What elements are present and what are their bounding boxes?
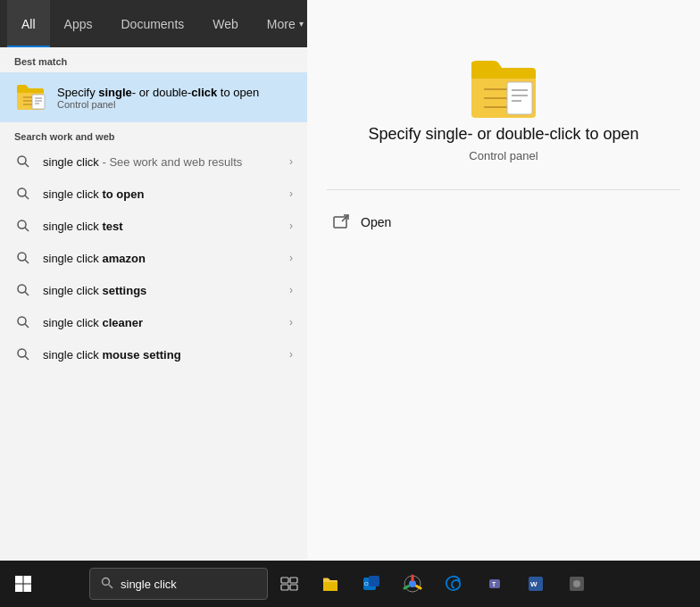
chrome-button[interactable] <box>393 564 432 603</box>
result-item-6[interactable]: single click mouse setting › <box>0 338 307 370</box>
best-match-title: Specify single- or double-click to open <box>57 86 259 99</box>
result-item-0[interactable]: single click - See work and web results … <box>0 146 307 178</box>
svg-point-21 <box>18 349 26 357</box>
word-button[interactable]: W <box>516 564 555 603</box>
best-match-label: Best match <box>0 47 307 72</box>
svg-line-10 <box>25 163 29 167</box>
file-explorer-icon <box>321 574 340 594</box>
chevron-icon-4: › <box>289 284 293 296</box>
app-button[interactable] <box>557 564 596 603</box>
svg-point-19 <box>18 317 26 325</box>
svg-point-37 <box>103 578 110 585</box>
search-icon-1 <box>14 185 32 203</box>
svg-point-13 <box>18 220 26 229</box>
right-panel-title: Specify single- or double-click to open <box>350 125 656 144</box>
svg-text:O: O <box>364 581 369 586</box>
edge-button[interactable] <box>434 564 473 603</box>
svg-line-32 <box>342 215 348 221</box>
teams-button[interactable]: T <box>475 564 514 603</box>
svg-rect-27 <box>507 82 532 114</box>
chevron-down-icon: ▾ <box>299 19 304 29</box>
svg-point-11 <box>18 188 26 196</box>
result-text-0: single click - See work and web results <box>43 155 289 169</box>
open-label: Open <box>361 215 391 229</box>
result-text-6: single click mouse setting <box>43 348 289 362</box>
search-icon-3 <box>14 249 32 267</box>
tabs-bar: All Apps Documents Web More ▾ ··· <box>0 0 307 47</box>
result-text-1: single click to open <box>43 187 289 201</box>
folder-cp-icon <box>14 81 46 113</box>
search-icon-0 <box>14 153 32 170</box>
svg-line-12 <box>25 195 29 199</box>
result-item-4[interactable]: single click settings › <box>0 274 307 306</box>
result-item-5[interactable]: single click cleaner › <box>0 306 307 338</box>
svg-line-14 <box>25 228 29 231</box>
task-view-button[interactable] <box>270 564 309 603</box>
outlook-icon: O <box>362 574 381 594</box>
right-panel-folder-icon <box>468 54 539 125</box>
word-icon: W <box>526 574 546 594</box>
search-icon-6 <box>14 345 32 363</box>
svg-line-16 <box>25 260 29 263</box>
svg-line-22 <box>25 356 29 360</box>
chevron-icon-2: › <box>289 220 293 232</box>
svg-rect-34 <box>24 576 32 584</box>
result-text-4: single click settings <box>43 284 289 297</box>
svg-point-9 <box>18 156 26 164</box>
right-panel: Specify single- or double-click to open … <box>307 0 700 561</box>
app-icon <box>567 574 587 594</box>
svg-point-57 <box>573 580 580 587</box>
chevron-icon-0: › <box>289 155 293 168</box>
file-explorer-button[interactable] <box>311 564 350 603</box>
tab-documents[interactable]: Documents <box>106 0 198 47</box>
taskbar-search-text: single click <box>121 578 177 591</box>
taskbar: single click O <box>0 561 700 607</box>
best-match-item[interactable]: Specify single- or double-click to open … <box>0 72 307 122</box>
svg-text:T: T <box>492 581 496 587</box>
result-item-1[interactable]: single click to open › <box>0 178 307 210</box>
svg-point-15 <box>18 253 26 261</box>
task-view-icon <box>280 575 298 593</box>
svg-point-17 <box>18 285 26 293</box>
chrome-icon <box>403 574 422 594</box>
svg-rect-36 <box>24 585 32 593</box>
teams-icon: T <box>485 574 504 594</box>
search-icon-2 <box>14 217 32 235</box>
tab-web[interactable]: Web <box>198 0 253 47</box>
left-panel: All Apps Documents Web More ▾ ··· Best m… <box>0 0 307 561</box>
svg-rect-33 <box>15 576 23 584</box>
tab-apps[interactable]: Apps <box>50 0 107 47</box>
svg-rect-42 <box>290 585 297 590</box>
search-icon-4 <box>14 281 32 299</box>
svg-rect-43 <box>323 582 338 591</box>
result-item-3[interactable]: single click amazon › <box>0 242 307 274</box>
start-button[interactable] <box>4 564 43 603</box>
svg-rect-40 <box>290 578 297 583</box>
open-action[interactable]: Open <box>327 204 680 240</box>
control-panel-icon <box>14 81 46 113</box>
chevron-icon-1: › <box>289 187 293 200</box>
tab-all[interactable]: All <box>7 0 50 47</box>
right-panel-divider <box>327 189 680 190</box>
search-icon-5 <box>14 313 32 331</box>
svg-line-20 <box>25 324 29 328</box>
search-work-web-label: Search work and web <box>0 122 307 146</box>
windows-icon <box>14 575 32 593</box>
chevron-icon-6: › <box>289 348 293 361</box>
result-item-2[interactable]: single click test › <box>0 210 307 242</box>
svg-rect-45 <box>369 576 379 586</box>
result-text-2: single click test <box>43 220 289 233</box>
taskbar-search-box[interactable]: single click <box>89 568 268 600</box>
svg-rect-39 <box>281 578 288 583</box>
svg-rect-35 <box>15 585 23 593</box>
best-match-subtitle: Control panel <box>57 99 259 110</box>
edge-icon <box>444 574 463 594</box>
taskbar-search-icon <box>101 577 113 592</box>
svg-rect-41 <box>281 585 288 590</box>
chevron-icon-5: › <box>289 316 293 328</box>
svg-rect-5 <box>32 95 45 109</box>
best-match-text: Specify single- or double-click to open … <box>57 86 259 110</box>
svg-line-18 <box>25 292 29 295</box>
chevron-icon-3: › <box>289 252 293 264</box>
outlook-button[interactable]: O <box>352 564 391 603</box>
